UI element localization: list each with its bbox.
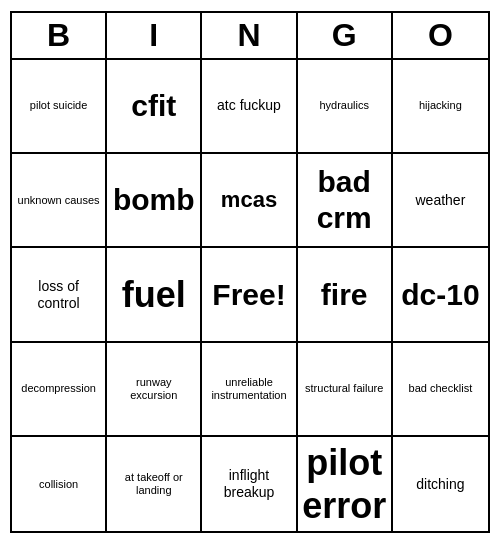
bingo-cell: hijacking bbox=[393, 60, 488, 154]
cell-text: pilot error bbox=[302, 441, 387, 527]
bingo-cell: cfit bbox=[107, 60, 202, 154]
cell-text: at takeoff or landing bbox=[111, 471, 196, 497]
bingo-cell: atc fuckup bbox=[202, 60, 297, 154]
header-letter-o: O bbox=[393, 13, 488, 58]
cell-text: unknown causes bbox=[18, 194, 100, 207]
cell-text: bad crm bbox=[302, 164, 387, 236]
bingo-cell: hydraulics bbox=[298, 60, 393, 154]
cell-text: hydraulics bbox=[319, 99, 369, 112]
cell-text: Free! bbox=[212, 277, 285, 313]
bingo-cell: pilot error bbox=[298, 437, 393, 531]
cell-text: structural failure bbox=[305, 382, 383, 395]
cell-text: hijacking bbox=[419, 99, 462, 112]
cell-text: dc-10 bbox=[401, 277, 479, 313]
bingo-cell: runway excursion bbox=[107, 343, 202, 437]
cell-text: pilot suicide bbox=[30, 99, 87, 112]
cell-text: atc fuckup bbox=[217, 97, 281, 114]
bingo-cell: pilot suicide bbox=[12, 60, 107, 154]
header-letter-n: N bbox=[202, 13, 297, 58]
cell-text: bomb bbox=[113, 182, 195, 218]
bingo-cell: structural failure bbox=[298, 343, 393, 437]
cell-text: cfit bbox=[131, 88, 176, 124]
bingo-cell: weather bbox=[393, 154, 488, 248]
header-letter-b: B bbox=[12, 13, 107, 58]
bingo-cell: ditching bbox=[393, 437, 488, 531]
cell-text: bad checklist bbox=[409, 382, 473, 395]
bingo-cell: dc-10 bbox=[393, 248, 488, 342]
bingo-cell: loss of control bbox=[12, 248, 107, 342]
cell-text: inflight breakup bbox=[206, 467, 291, 501]
cell-text: runway excursion bbox=[111, 376, 196, 402]
bingo-grid: pilot suicidecfitatc fuckuphydraulicshij… bbox=[12, 60, 488, 532]
cell-text: collision bbox=[39, 478, 78, 491]
cell-text: mcas bbox=[221, 187, 277, 213]
bingo-cell: unreliable instrumentation bbox=[202, 343, 297, 437]
cell-text: fuel bbox=[122, 273, 186, 316]
bingo-cell: bad crm bbox=[298, 154, 393, 248]
bingo-cell: Free! bbox=[202, 248, 297, 342]
cell-text: unreliable instrumentation bbox=[206, 376, 291, 402]
cell-text: decompression bbox=[21, 382, 96, 395]
bingo-card: BINGO pilot suicidecfitatc fuckuphydraul… bbox=[10, 11, 490, 534]
bingo-cell: inflight breakup bbox=[202, 437, 297, 531]
bingo-header: BINGO bbox=[12, 13, 488, 60]
bingo-cell: at takeoff or landing bbox=[107, 437, 202, 531]
cell-text: ditching bbox=[416, 476, 464, 493]
cell-text: fire bbox=[321, 277, 368, 313]
bingo-cell: fuel bbox=[107, 248, 202, 342]
bingo-cell: fire bbox=[298, 248, 393, 342]
cell-text: loss of control bbox=[16, 278, 101, 312]
bingo-cell: decompression bbox=[12, 343, 107, 437]
header-letter-g: G bbox=[298, 13, 393, 58]
cell-text: weather bbox=[415, 192, 465, 209]
bingo-cell: bomb bbox=[107, 154, 202, 248]
bingo-cell: mcas bbox=[202, 154, 297, 248]
bingo-cell: collision bbox=[12, 437, 107, 531]
bingo-cell: unknown causes bbox=[12, 154, 107, 248]
bingo-cell: bad checklist bbox=[393, 343, 488, 437]
header-letter-i: I bbox=[107, 13, 202, 58]
